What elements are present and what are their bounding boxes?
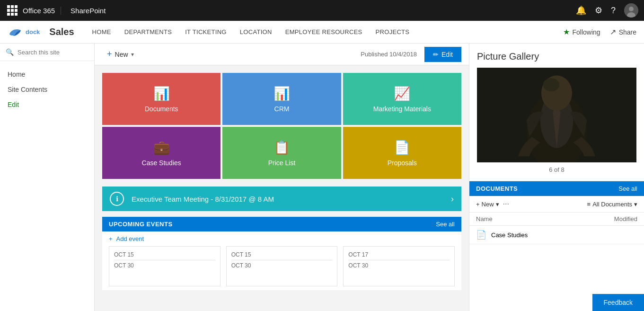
event-card-3[interactable]: OCT 17 OCT 30 — [343, 246, 455, 286]
main-content: + New ▾ Published 10/4/2018 ✏ Edit 📊 Doc… — [95, 44, 469, 311]
share-button[interactable]: ↗ Share — [610, 27, 636, 36]
add-event-button[interactable]: + Add event — [109, 235, 455, 242]
proposals-icon: 📄 — [394, 140, 410, 155]
edit-button[interactable]: ✏ Edit — [424, 47, 461, 62]
notification-icon[interactable]: 🔔 — [576, 5, 586, 16]
docs-view-selector[interactable]: ≡ All Documents ▾ — [587, 201, 637, 208]
nav-location[interactable]: LOCATION — [233, 21, 279, 44]
tile-documents-label: Documents — [145, 105, 178, 113]
nav-projects[interactable]: PROJECTS — [369, 21, 416, 44]
share-label: Share — [619, 28, 636, 36]
documents-icon: 📊 — [153, 86, 170, 101]
sharepoint-label[interactable]: SharePoint — [65, 7, 106, 15]
tile-marketing-label: Marketing Materials — [373, 105, 431, 113]
event-card-2[interactable]: OCT 15 OCT 30 — [226, 246, 338, 286]
tile-crm-label: CRM — [274, 105, 290, 113]
sidebar: 🔍 Home Site Contents Edit — [0, 44, 95, 311]
avatar[interactable] — [624, 3, 638, 18]
events-title: UPCOMING EVENTS — [109, 221, 173, 228]
tile-proposals[interactable]: 📄 Proposals — [343, 127, 461, 179]
price-list-icon: 📋 — [273, 140, 290, 155]
nav-it-ticketing[interactable]: IT TICKETING — [178, 21, 233, 44]
office365-label[interactable]: Office 365 — [23, 7, 61, 15]
gallery-counter: 6 of 8 — [477, 166, 636, 173]
add-event-label: Add event — [116, 235, 144, 242]
gallery-image[interactable] — [477, 68, 636, 162]
col-modified: Modified — [614, 215, 637, 222]
event-date-start-3: OCT 17 — [348, 251, 450, 258]
docs-list-header: Name Modified — [469, 213, 644, 226]
docs-plus-icon: + — [476, 201, 480, 208]
events-see-all[interactable]: See all — [436, 221, 455, 228]
settings-icon[interactable]: ⚙ — [595, 5, 602, 16]
svg-point-1 — [629, 7, 634, 11]
add-event-plus-icon: + — [109, 235, 113, 242]
doc-name: Case Studies — [491, 231, 637, 239]
docs-new-button[interactable]: + New ▾ — [476, 201, 499, 208]
app-launcher-button[interactable] — [6, 4, 19, 17]
announcement-chevron-icon: › — [451, 194, 454, 204]
content-wrapper: 🔍 Home Site Contents Edit + New ▾ Publis… — [0, 44, 644, 311]
event-date-start-1: OCT 15 — [114, 251, 215, 258]
tile-crm[interactable]: 📊 CRM — [222, 73, 341, 125]
docs-more-icon[interactable]: ··· — [503, 200, 509, 208]
nav-employee-resources[interactable]: EMPLOYEE RESOURCES — [279, 21, 369, 44]
col-name: Name — [476, 215, 493, 222]
events-section: UPCOMING EVENTS See all + Add event OCT … — [102, 217, 461, 290]
nav-right: ★ Following ↗ Share — [563, 27, 637, 36]
nav-logo: dock — [8, 25, 40, 40]
documents-header: DOCUMENTS See all — [469, 181, 644, 196]
tile-price-list-label: Price List — [268, 159, 296, 167]
chevron-down-icon: ▾ — [131, 51, 134, 58]
site-title: Sales — [49, 27, 74, 37]
tile-documents[interactable]: 📊 Documents — [102, 73, 221, 125]
doc-item-case-studies[interactable]: 📄 Case Studies — [469, 226, 644, 244]
documents-section: DOCUMENTS See all + New ▾ ··· ≡ All Docu… — [469, 181, 644, 244]
crm-icon: 📊 — [273, 86, 290, 101]
svg-point-8 — [543, 78, 559, 91]
announcement-bar[interactable]: ℹ Executive Team Meeting - 8/31/2017 @ 8… — [102, 187, 461, 211]
search-input[interactable] — [18, 49, 97, 56]
nav-links: HOME DEPARTMENTS IT TICKETING LOCATION E… — [86, 21, 563, 44]
share-icon: ↗ — [610, 27, 616, 36]
tile-case-studies-label: Case Studies — [142, 159, 181, 167]
events-header: UPCOMING EVENTS See all — [102, 217, 461, 231]
docs-new-label: New — [482, 201, 494, 208]
tile-marketing[interactable]: 📈 Marketing Materials — [343, 73, 461, 125]
tile-proposals-label: Proposals — [388, 159, 417, 167]
sidebar-nav: Home Site Contents Edit — [0, 61, 94, 118]
docs-view-label: All Documents — [592, 201, 632, 208]
tile-case-studies[interactable]: 💼 Case Studies — [102, 127, 221, 179]
announcement-text: Executive Team Meeting - 8/31/2017 @ 8 A… — [132, 195, 443, 203]
nav-home[interactable]: HOME — [86, 21, 118, 44]
top-bar-right: 🔔 ⚙ ? — [576, 3, 638, 18]
gallery-title: Picture Gallery — [477, 51, 636, 62]
sidebar-item-edit[interactable]: Edit — [0, 97, 94, 112]
new-button[interactable]: + New ▾ — [102, 46, 139, 62]
event-card-1[interactable]: OCT 15 OCT 30 — [109, 246, 221, 286]
docs-see-all[interactable]: See all — [618, 185, 637, 192]
case-studies-icon: 💼 — [153, 140, 170, 155]
edit-label: Edit — [441, 51, 453, 58]
right-panel: Picture Gallery — [469, 44, 644, 311]
search-box[interactable]: 🔍 — [0, 44, 94, 61]
info-icon: ℹ — [110, 192, 124, 206]
following-button[interactable]: ★ Following — [563, 27, 600, 36]
sidebar-item-home[interactable]: Home — [0, 67, 94, 82]
picture-gallery: Picture Gallery — [469, 44, 644, 181]
documents-title: DOCUMENTS — [476, 185, 518, 192]
sidebar-item-site-contents[interactable]: Site Contents — [0, 82, 94, 97]
search-icon: 🔍 — [6, 48, 14, 56]
docs-view-chevron-icon: ▾ — [634, 201, 637, 208]
help-icon[interactable]: ? — [611, 6, 616, 16]
nav-departments[interactable]: DEPARTMENTS — [118, 21, 178, 44]
feedback-button[interactable]: Feedback — [592, 294, 644, 311]
new-label: New — [115, 51, 128, 58]
docs-toolbar: + New ▾ ··· ≡ All Documents ▾ — [469, 196, 644, 213]
list-icon: ≡ — [587, 201, 591, 208]
tile-price-list[interactable]: 📋 Price List — [222, 127, 341, 179]
following-label: Following — [573, 28, 600, 36]
edit-pencil-icon: ✏ — [433, 51, 439, 58]
top-bar: Office 365 SharePoint 🔔 ⚙ ? — [0, 0, 644, 21]
marketing-icon: 📈 — [394, 86, 410, 101]
